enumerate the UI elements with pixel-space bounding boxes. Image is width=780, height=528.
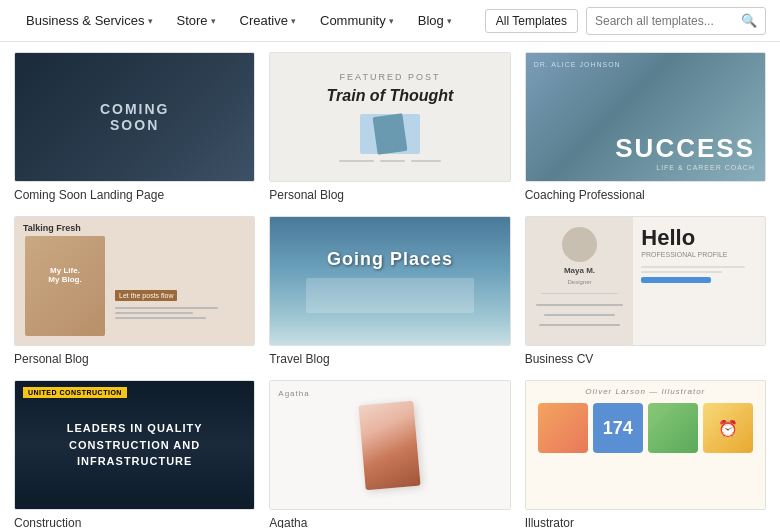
template-thumb-illustrator: Oliver Larson — Illustrator 174 ⏰ bbox=[525, 380, 766, 510]
template-thumb-agatha: Agatha bbox=[269, 380, 510, 510]
nav-creative[interactable]: Creative ▾ bbox=[228, 0, 308, 41]
template-card-travel-blog[interactable]: Going Places Travel Blog bbox=[269, 216, 510, 366]
template-thumb-coming-soon bbox=[14, 52, 255, 182]
search-bar: 🔍 bbox=[586, 7, 766, 35]
nav-store[interactable]: Store ▾ bbox=[165, 0, 228, 41]
nav-label: Store bbox=[177, 13, 208, 28]
nav-blog[interactable]: Blog ▾ bbox=[406, 0, 464, 41]
nav-label: Creative bbox=[240, 13, 288, 28]
template-label: Coaching Professional bbox=[525, 188, 766, 202]
template-thumb-travel-blog: Going Places bbox=[269, 216, 510, 346]
templates-grid: Coming Soon Landing Page FEATURED POST T… bbox=[0, 42, 780, 528]
filter-area: All Templates 🔍 bbox=[485, 7, 766, 35]
chevron-down-icon: ▾ bbox=[389, 16, 394, 26]
template-label: Business CV bbox=[525, 352, 766, 366]
template-card-agatha[interactable]: Agatha Agatha bbox=[269, 380, 510, 528]
template-card-construction[interactable]: UNITED CONSTRUCTION LEADERS IN QUALITYCO… bbox=[14, 380, 255, 528]
nav-label: Community bbox=[320, 13, 386, 28]
template-card-coaching[interactable]: DR. ALICE JOHNSON SUCCESS LIFE & CAREER … bbox=[525, 52, 766, 202]
template-thumb-coaching: DR. ALICE JOHNSON SUCCESS LIFE & CAREER … bbox=[525, 52, 766, 182]
nav-label: Blog bbox=[418, 13, 444, 28]
template-label: Coming Soon Landing Page bbox=[14, 188, 255, 202]
nav-label: Business & Services bbox=[26, 13, 145, 28]
template-thumb-construction: UNITED CONSTRUCTION LEADERS IN QUALITYCO… bbox=[14, 380, 255, 510]
template-card-personal-blog-1[interactable]: FEATURED POST Train of Thought Personal … bbox=[269, 52, 510, 202]
chevron-down-icon: ▾ bbox=[447, 16, 452, 26]
template-card-business-cv[interactable]: Maya M. Designer Hello PROFESSIONAL PROF… bbox=[525, 216, 766, 366]
template-label: Personal Blog bbox=[14, 352, 255, 366]
chevron-down-icon: ▾ bbox=[291, 16, 296, 26]
template-card-personal-blog-2[interactable]: Talking Fresh My Life.My Blog. Let the p… bbox=[14, 216, 255, 366]
nav-community[interactable]: Community ▾ bbox=[308, 0, 406, 41]
template-card-illustrator[interactable]: Oliver Larson — Illustrator 174 ⏰ Illust… bbox=[525, 380, 766, 528]
template-label: Construction bbox=[14, 516, 255, 528]
template-label: Travel Blog bbox=[269, 352, 510, 366]
template-label: Agatha bbox=[269, 516, 510, 528]
template-thumb-business-cv: Maya M. Designer Hello PROFESSIONAL PROF… bbox=[525, 216, 766, 346]
search-icon[interactable]: 🔍 bbox=[741, 13, 757, 28]
template-thumb-personal-blog-1: FEATURED POST Train of Thought bbox=[269, 52, 510, 182]
all-templates-filter[interactable]: All Templates bbox=[485, 9, 578, 33]
template-thumb-personal-blog-2: Talking Fresh My Life.My Blog. Let the p… bbox=[14, 216, 255, 346]
search-input[interactable] bbox=[595, 14, 735, 28]
main-nav: Business & Services ▾ Store ▾ Creative ▾… bbox=[0, 0, 780, 42]
template-label: Illustrator bbox=[525, 516, 766, 528]
template-label: Personal Blog bbox=[269, 188, 510, 202]
template-card-coming-soon[interactable]: Coming Soon Landing Page bbox=[14, 52, 255, 202]
chevron-down-icon: ▾ bbox=[211, 16, 216, 26]
nav-business-services[interactable]: Business & Services ▾ bbox=[14, 0, 165, 41]
chevron-down-icon: ▾ bbox=[148, 16, 153, 26]
